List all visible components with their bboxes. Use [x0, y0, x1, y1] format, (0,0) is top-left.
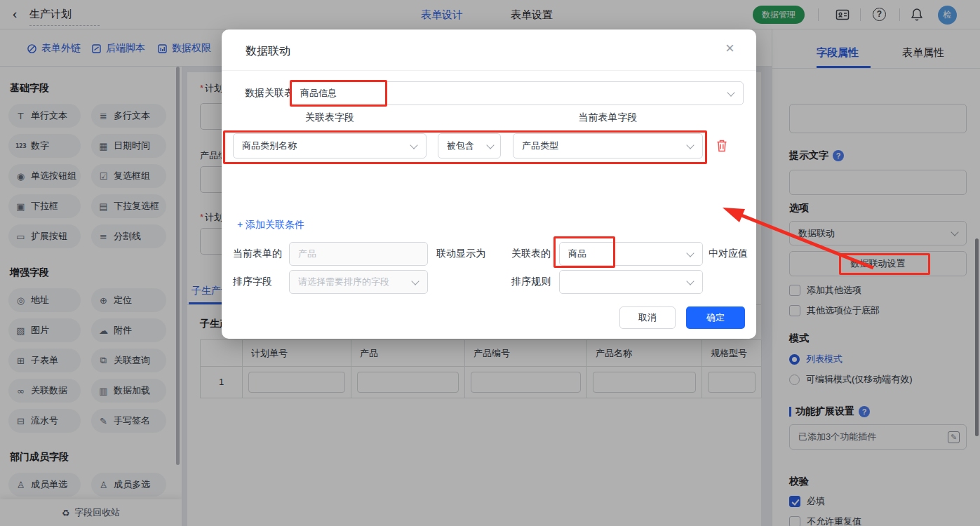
rel-of-select[interactable]: 商品 — [559, 242, 703, 266]
app-window: ‹ 生产计划 表单设计 表单设置 数据管理 ? 检 表单外链 后端脚本 — [0, 0, 980, 526]
modal-title: 数据联动 — [246, 44, 290, 59]
delete-condition-trash-icon[interactable] — [715, 138, 729, 155]
sort-rule-select[interactable] — [559, 270, 703, 294]
operator-select[interactable]: 被包含 — [438, 133, 501, 159]
sort-field-label: 排序字段 — [233, 276, 272, 288]
chevron-down-icon — [411, 277, 419, 285]
chevron-down-icon — [686, 277, 694, 285]
cancel-button[interactable]: 取消 — [619, 306, 676, 329]
rel-table-select[interactable]: 商品信息 — [291, 81, 744, 105]
chevron-down-icon — [686, 141, 694, 149]
col-header-cur-field: 当前表单字段 — [513, 112, 703, 124]
chevron-down-icon — [410, 141, 417, 149]
rel-of-label: 关联表的 — [511, 248, 551, 260]
close-icon[interactable]: × — [725, 39, 734, 58]
data-linkage-modal: 数据联动 × 数据关联表 商品信息 关联表字段 当前表单字段 商品类别名称 被包… — [222, 29, 756, 339]
confirm-button[interactable]: 确定 — [686, 306, 745, 329]
link-as-label: 联动显示为 — [436, 248, 485, 260]
col-header-rel-field: 关联表字段 — [233, 112, 427, 124]
chevron-down-icon — [686, 249, 694, 257]
suffix-label: 中对应值 — [709, 248, 748, 260]
sort-field-select[interactable]: 请选择需要排序的字段 — [289, 270, 428, 294]
cur-form-label: 当前表单的 — [233, 248, 282, 260]
rel-field-select[interactable]: 商品类别名称 — [233, 133, 427, 159]
add-condition-link[interactable]: + 添加关联条件 — [237, 219, 304, 231]
cur-field-select[interactable]: 产品类型 — [513, 133, 703, 159]
divider — [222, 70, 756, 71]
rel-table-label: 数据关联表 — [245, 87, 294, 100]
chevron-down-icon — [486, 141, 494, 149]
sort-rule-label: 排序规则 — [511, 276, 551, 288]
chevron-down-icon — [727, 88, 734, 96]
cur-form-field-input: 产品 — [289, 242, 428, 266]
